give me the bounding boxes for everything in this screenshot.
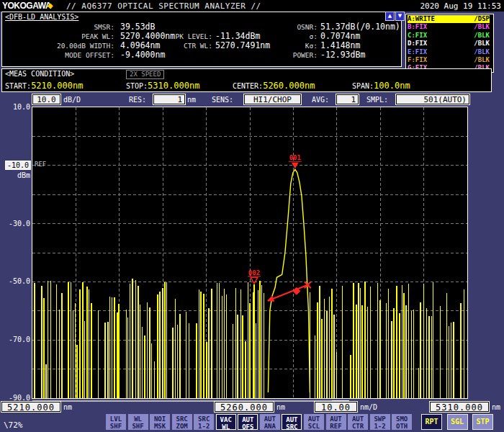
marker-001: 001	[289, 154, 302, 168]
x-scale-value: 10.00	[315, 402, 357, 412]
analysis-label-mode-offset: MODE OFFSET:	[5, 50, 114, 60]
softkey-vac-wl[interactable]: VAC WL	[216, 414, 236, 430]
softkey-wl-shf[interactable]: WL SHF	[128, 414, 148, 430]
analysis-value-mode-offset: -9.4000nm	[120, 50, 165, 60]
softkey-lvl-shf[interactable]: LVL SHF	[106, 414, 126, 430]
trace-row-d[interactable]: D:FIX/BLK	[408, 40, 490, 48]
softkey-aut-ofs[interactable]: AUT OFS	[238, 414, 258, 430]
softkey-aut-ctr[interactable]: AUT CTR	[348, 414, 368, 430]
meas-condition-panel: <MEAS CONDITION> 2X SPEED START:5210.000…	[1, 68, 492, 92]
meas-value: 5210.000nm	[31, 81, 83, 91]
meas-field-span: SPAN:100.0nm	[352, 81, 410, 91]
softkey-aut-ref[interactable]: AUT REF	[326, 414, 346, 430]
setting-value-res: 1	[153, 94, 185, 104]
setting-value-avg: 1	[336, 94, 359, 104]
meas-label: START:	[5, 82, 31, 90]
yokogawa-logo: YOKOGAWA	[2, 1, 51, 11]
sweep-key-rpt[interactable]: RPT	[421, 414, 442, 430]
trace-display-mode: /BLK	[474, 48, 490, 56]
trace-display-mode: /BLK	[474, 56, 490, 64]
analysis-label-20-00db-width: 20.00dB WIDTH:	[5, 41, 114, 50]
meas-label: CENTER:	[233, 82, 263, 90]
trace-display-mode: /BLK	[474, 32, 490, 40]
trace-legend-panel: A:WRITE/DSPB:FIX/BLKC:FIX/BLKD:FIX/BLKE:…	[405, 14, 494, 73]
setting-label-res: RES:	[129, 96, 146, 104]
x-stop-value: 5310.000	[430, 402, 489, 412]
setting-label-sens: SENS:	[212, 96, 233, 104]
setting-label-smpl: SMPL:	[366, 96, 388, 104]
trace-name: C:FIX	[408, 32, 427, 39]
x-center-unit: nm	[276, 403, 285, 411]
scroll-up-button[interactable]: ▲	[385, 12, 395, 21]
meas-label: STOP:	[126, 82, 148, 90]
trace-name: A:WRITE	[408, 15, 435, 22]
meas-value: 5260.000nm	[263, 81, 315, 91]
svg-text:002: 002	[248, 269, 260, 276]
sweep-progress-bar	[32, 400, 349, 402]
softkey-aut-src[interactable]: AUT SRC	[282, 414, 302, 430]
speed-badge: 2X SPEED	[126, 70, 164, 79]
meas-value: 5310.000nm	[148, 81, 199, 91]
trace-name: D:FIX	[408, 40, 427, 47]
spectrum-trace	[268, 169, 310, 392]
noise-spikes	[35, 279, 464, 398]
setting-value-smpl: 501(AUTO)	[396, 94, 469, 104]
setting-unit-nm: nm	[187, 96, 196, 104]
y-tick-30-0: -30.0	[0, 220, 30, 228]
trace-row-a[interactable]: A:WRITE/DSP	[408, 15, 490, 23]
sweep-key-sgl[interactable]: SGL	[447, 414, 468, 430]
trace-name: F:FIX	[408, 56, 427, 63]
trace-row-b[interactable]: B:FIX/BLK	[408, 23, 490, 31]
meas-field-stop: STOP:5310.000nm	[126, 81, 199, 91]
trace-name: B:FIX	[408, 23, 427, 30]
setting-label-avg: AVG:	[312, 96, 329, 104]
softkey-src-1-2[interactable]: SRC 1-2	[194, 414, 214, 430]
svg-text:001: 001	[289, 154, 301, 161]
trace-display-mode: /BLK	[474, 40, 490, 48]
trace-row-c[interactable]: C:FIX/BLK	[408, 32, 490, 40]
trace-display-mode: /BLK	[474, 23, 490, 31]
softkey-src-zom[interactable]: SRC ZOM	[172, 414, 192, 430]
softkey-aut-ana[interactable]: AUT ANA	[260, 414, 280, 430]
trace-row-e[interactable]: E:FIX/BLK	[408, 48, 490, 56]
x-start-value: 5210.000	[1, 402, 60, 412]
app-title: // AQ6377 OPTICAL SPECTRUM ANALYZER //	[66, 1, 261, 11]
softkey-aut-scl[interactable]: AUT SCL	[304, 414, 324, 430]
analysis-label-smsr: SMSR:	[5, 22, 114, 32]
y-tick-70-0: -70.0	[0, 336, 30, 343]
plot-area: 001002 REF	[32, 107, 468, 399]
softkey-swp-1-2[interactable]: SWP 1-2	[370, 414, 390, 430]
setting-value-level-scale: 10.0	[32, 94, 60, 104]
sweep-key-stp[interactable]: STP	[472, 414, 493, 430]
meas-label: SPAN:	[352, 82, 374, 90]
analysis-label-power: POWER:	[247, 50, 318, 60]
meas-condition-title: <MEAS CONDITION>	[5, 70, 74, 78]
analysis-label-k: Kσ:	[247, 41, 318, 50]
title-bar: YOKOGAWA ◆ // AQ6377 OPTICAL SPECTRUM AN…	[0, 0, 504, 12]
x-start-unit: nm	[63, 403, 72, 411]
y-tick-10-0: -10.0	[0, 161, 30, 169]
x-scale-unit: nm/D	[360, 403, 377, 411]
scroll-down-button[interactable]: ▼	[395, 12, 405, 21]
trace-display-mode: /DSP	[474, 15, 490, 23]
datetime-display: 2020 Aug 19 11:53	[420, 1, 501, 11]
logo-diamond-icon: ◆	[48, 1, 53, 9]
x-center-value: 5260.000	[215, 402, 274, 412]
analysis-panel: <DFB-LD ANALYSIS> SMSR:39.53dBOSNR:51.37…	[1, 12, 402, 67]
analysis-title: <DFB-LD ANALYSIS>	[5, 13, 78, 21]
trace-name: E:FIX	[408, 48, 427, 55]
setting-unit-db-d: dB/D	[63, 96, 81, 104]
y-tick-10-0: 10.0	[0, 103, 30, 111]
setting-value-sens: HI1/CHOP	[244, 94, 301, 104]
trace-row-f[interactable]: F:FIX/BLK	[408, 56, 490, 64]
softkey-noi-msk[interactable]: NOI MSK	[150, 414, 170, 430]
meas-value: 100.0nm	[374, 81, 410, 91]
ref-level-value: -10.0	[6, 161, 30, 169]
x-stop-unit: nm	[492, 403, 500, 411]
softkey-smo-oth[interactable]: SMO OTH	[392, 414, 412, 430]
meas-field-start: START:5210.000nm	[5, 81, 83, 91]
ref-level-label: REF	[35, 161, 46, 168]
spectrum-svg: 001002	[32, 107, 467, 398]
y-tick-50-0: -50.0	[0, 277, 30, 285]
sweep-percent-label: \72%	[4, 420, 23, 430]
